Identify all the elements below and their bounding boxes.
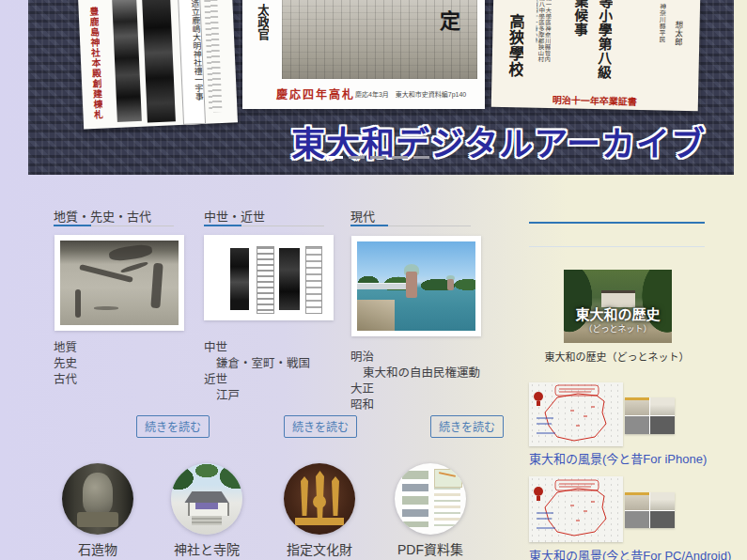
read-more-button[interactable]: 続きを読む — [430, 415, 504, 438]
certificate-column: 業候事 — [571, 0, 588, 53]
lake-photo[interactable] — [351, 236, 481, 336]
document-red-caption: 慶応四年高札 — [276, 86, 355, 101]
kosatsu-side-label: 太政官 — [256, 4, 269, 75]
nav-label-cultural-properties[interactable]: 指定文化財 — [263, 539, 376, 558]
section-heading-medieval: 中世・近世 — [204, 207, 265, 225]
history-banner-caption: 東大和の歴史（どっとネット） — [529, 349, 705, 364]
sidebar-link-scenery-iphone[interactable]: 東大和の風景(今と昔For iPhone) — [529, 449, 707, 467]
section-links-medieval: 中世 鎌倉・室町・戦国 近世 江戸 — [204, 340, 310, 404]
certificate-column: 等小學第八級 — [595, 0, 613, 101]
nav-label-pdf-materials[interactable]: PDF資料集 — [374, 539, 487, 558]
page: 豊鹿島神社本殿創建棟札 造立鹿嶋大明神社禮一宇事 太政官 定 慶応四年高札 慶応… — [0, 0, 747, 560]
nav-image-cultural-properties[interactable] — [284, 463, 355, 535]
hero-document-kosatsu: 太政官 定 慶応四年高札 慶応4年3月 東大和市史資料編7p140 — [242, 0, 485, 109]
nav-image-shrines-temples[interactable] — [171, 463, 242, 535]
link-kinsei[interactable]: 近世 — [204, 372, 310, 388]
link-chusei[interactable]: 中世 — [204, 340, 310, 356]
certificate-school-name: 高狹學校 — [505, 13, 524, 103]
scenery-map-image[interactable] — [529, 476, 623, 542]
carousel-dot[interactable] — [413, 156, 429, 159]
link-meiji[interactable]: 明治 — [350, 350, 480, 366]
tablet-rubbing-image — [142, 0, 176, 123]
section-links-modern: 明治 東大和の自由民権運動 大正 昭和 — [350, 350, 480, 413]
nav-image-pdf-materials[interactable] — [395, 463, 466, 535]
tablet-rubbing-image — [112, 0, 142, 122]
city-map-graphic — [529, 382, 623, 446]
hero-document-certificate: 高狹學校 第一大學區神奈川縣管内第八中學區多摩郡狹山村第百四十一番小學 業候事 … — [491, 0, 701, 111]
document-source-note: 慶応4年3月 東大和市史資料編7p140 — [355, 89, 466, 99]
heading-underline — [204, 225, 324, 226]
nav-label-shrines-temples[interactable]: 神社と寺院 — [150, 539, 263, 558]
document-transcription: 造立鹿嶋大明神社禮一宇事 — [178, 0, 206, 125]
certificate-holder-name: 想太郎 — [672, 21, 682, 77]
link-showa[interactable]: 昭和 — [350, 397, 480, 413]
nav-label-stone-objects[interactable]: 石造物 — [41, 539, 154, 558]
nav-image-stone-objects[interactable] — [62, 463, 133, 535]
banner-subtitle: （どっとネット） — [564, 322, 672, 334]
carousel-dots — [327, 156, 429, 159]
document-red-caption: 明治十一年卒業証書 — [491, 91, 698, 110]
heading-underline — [54, 225, 174, 226]
link-kodai[interactable]: 古代 — [54, 372, 77, 388]
read-more-button[interactable]: 続きを読む — [136, 415, 210, 438]
history-site-banner[interactable]: 東大和の歴史 （どっとネット） — [564, 270, 672, 343]
link-kamakura-muromachi-sengoku[interactable]: 鎌倉・室町・戦国 — [204, 356, 310, 372]
link-prehistory[interactable]: 先史 — [54, 356, 77, 372]
link-edo[interactable]: 江戸 — [204, 388, 310, 404]
scenery-photo-collage[interactable] — [625, 397, 675, 434]
carousel-dot[interactable] — [392, 156, 408, 159]
carousel-dot-active[interactable] — [327, 156, 343, 159]
certificate-address: 第一大學區神奈川縣管内第八中學區多摩郡狹山村第百四十一番小學 — [536, 0, 552, 65]
excavation-photo[interactable] — [54, 235, 184, 331]
scenery-photo-collage[interactable] — [625, 492, 675, 528]
section-heading-modern: 現代 — [350, 207, 375, 225]
hero-document-munafuda: 豊鹿島神社本殿創建棟札 造立鹿嶋大明神社禮一宇事 — [78, 0, 238, 130]
heading-underline — [350, 225, 471, 226]
read-more-button[interactable]: 続きを読む — [284, 415, 357, 438]
scenery-map-image[interactable] — [529, 382, 623, 446]
section-links-ancient: 地質 先史 古代 — [54, 340, 77, 388]
document-fine-print — [204, 0, 222, 113]
city-map-graphic — [529, 476, 623, 542]
link-geology[interactable]: 地質 — [54, 340, 77, 356]
kosatsu-big-character: 定 — [440, 4, 460, 34]
carousel-dot[interactable] — [349, 156, 365, 159]
sidebar-link-scenery-pc-android[interactable]: 東大和の風景(今と昔For PC/Android) — [529, 546, 731, 560]
certificate-holder-origin: 神奈川縣平民 — [658, 3, 666, 69]
carousel-dot[interactable] — [370, 156, 386, 159]
sidebar-heading-rule — [529, 222, 705, 224]
link-taisho[interactable]: 大正 — [350, 381, 480, 397]
link-jiyuminken[interactable]: 東大和の自由民権運動 — [350, 366, 480, 381]
hero-carousel: 豊鹿島神社本殿創建棟札 造立鹿嶋大明神社禮一宇事 太政官 定 慶応四年高札 慶応… — [28, 0, 734, 175]
sidebar-divider — [529, 246, 705, 247]
document-red-caption: 豊鹿島神社本殿創建棟札 — [87, 7, 102, 123]
banner-title: 東大和の歴史 — [564, 303, 672, 323]
tablets-photo[interactable] — [204, 235, 334, 320]
section-heading-ancient: 地質・先史・古代 — [54, 207, 151, 225]
